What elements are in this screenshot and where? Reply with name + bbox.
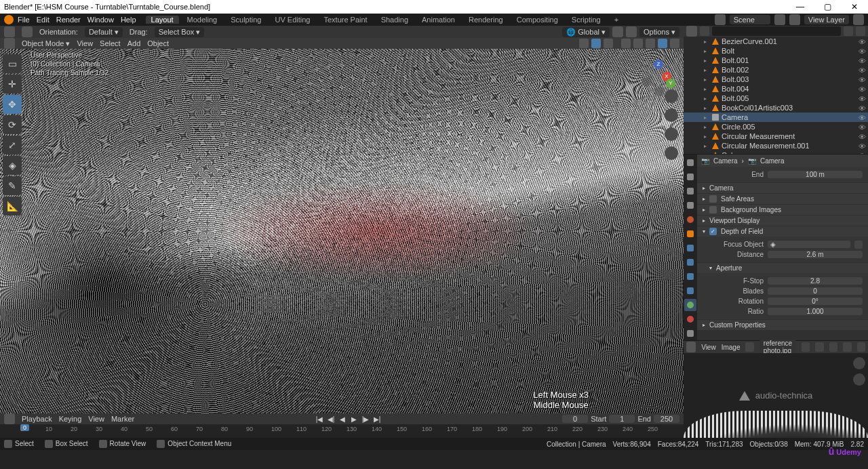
img-ref-name[interactable]: reference photo.jpg [760,340,796,354]
xray-icon[interactable] [604,39,613,48]
tab-compositing[interactable]: Compositing [511,16,564,24]
tool-annotate[interactable]: ✎ [3,176,22,195]
gizmo-toggle-icon[interactable] [579,39,589,48]
minimize-button[interactable]: — [791,2,810,12]
menu-window[interactable]: Window [87,16,114,24]
start-frame[interactable]: 1 [609,415,635,423]
play-icon[interactable]: ▶ [349,415,359,423]
eyedropper-icon[interactable] [854,241,863,249]
prop-texture-icon[interactable] [684,327,696,340]
vp-menu-view[interactable]: View [77,39,93,47]
outliner-item[interactable]: ▸Bolt👁 [684,46,868,56]
dof-checkbox[interactable]: ✓ [709,228,717,235]
tab-sculpting[interactable]: Sculpting [225,16,267,24]
visibility-icon[interactable]: 👁 [859,123,865,130]
outliner-new-coll-icon[interactable] [856,26,865,36]
blades-value[interactable]: 0 [768,287,863,295]
outliner-item[interactable]: ▸Circular Measurement👁 [684,131,868,141]
shading-solid-icon[interactable] [633,39,643,48]
outliner-item[interactable]: ▸Cube👁 [684,150,868,154]
timeline-ruler[interactable]: 0 01020304050607080901001101201301401501… [0,424,684,438]
move-tool-icon[interactable] [22,26,33,37]
vp-menu-object[interactable]: Object [147,39,169,47]
outliner-search[interactable] [712,26,841,36]
viewport-3d[interactable]: User Perspective (0) Collection | Camera… [0,49,684,413]
safe-areas-checkbox[interactable] [709,195,717,203]
img-link-icon[interactable] [745,342,753,352]
scene-icon[interactable] [715,14,726,25]
close-button[interactable]: ✕ [845,2,864,12]
prop-output-icon[interactable] [684,171,696,183]
prop-object-icon[interactable] [684,228,696,240]
prop-physics-icon[interactable] [684,270,696,283]
outliner-item[interactable]: ▸Bolt.004👁 [684,84,868,94]
focus-obj-picker[interactable]: ◈ [768,241,850,248]
outliner-filter-icon[interactable] [844,26,853,36]
zoom-icon[interactable] [665,89,678,103]
img-menu-view[interactable]: View [701,344,716,351]
crumb-data[interactable]: Camera [760,157,785,165]
panel-custom-props[interactable]: ▸Custom Properties [697,320,868,330]
prop-viewlayer-icon[interactable] [684,185,696,197]
bg-images-checkbox[interactable] [709,206,717,213]
visibility-icon[interactable]: 👁 [859,114,865,121]
shading-matprev-icon[interactable] [646,39,655,48]
current-frame[interactable]: 0 [562,415,588,423]
tl-keying[interactable]: Keying [59,415,82,423]
visibility-icon[interactable]: 👁 [859,142,865,149]
tool-cursor[interactable]: ✛ [3,75,22,94]
jump-start-icon[interactable]: |◀ [315,415,324,423]
editor-type-icon[interactable] [4,38,15,49]
outliner-item[interactable]: ▸BezierCurve.001👁 [684,37,868,46]
panel-aperture[interactable]: ▾Aperture [697,263,868,273]
outliner-item[interactable]: ▸Bolt.001👁 [684,56,868,65]
scene-new-icon[interactable] [774,14,785,25]
img-browse-icon[interactable] [802,342,810,352]
tab-shading[interactable]: Shading [376,16,414,24]
menu-render[interactable]: Render [56,16,81,24]
tool-scale[interactable]: ⤢ [3,136,22,155]
img-pan-icon[interactable] [853,373,865,386]
outliner-item[interactable]: ▸Circle.005👁 [684,122,868,131]
panel-safe-areas[interactable]: ▸Safe Areas [697,194,868,204]
next-key-icon[interactable]: |▶ [361,415,370,423]
tool-measure[interactable]: 📐 [3,197,22,216]
vp-menu-add[interactable]: Add [127,39,141,47]
rotation-value[interactable]: 0° [768,298,863,305]
panel-viewport-display[interactable]: ▸Viewport Display [697,216,868,226]
ratio-value[interactable]: 1.000 [768,308,863,315]
tab-texpaint[interactable]: Texture Paint [318,16,372,24]
crumb-obj[interactable]: Camera [713,157,738,165]
visibility-icon[interactable]: 👁 [859,133,865,140]
tool-move[interactable]: ✥ [3,95,22,114]
outliner-item[interactable]: ▸Bolt.002👁 [684,65,868,75]
tool-transform[interactable]: ◈ [3,156,22,175]
img-new-icon[interactable] [815,342,823,352]
prev-key-icon[interactable]: ◀| [326,415,336,423]
snap-icon[interactable] [612,26,623,37]
visibility-icon[interactable]: 👁 [859,76,865,83]
viewlayer-name-input[interactable]: View Layer [804,15,849,24]
tool-rotate[interactable]: ⟳ [3,115,22,134]
visibility-icon[interactable]: 👁 [859,66,865,73]
tool-select-box[interactable]: ▭ [3,54,22,73]
vp-menu-select[interactable]: Select [100,39,121,47]
scene-name-input[interactable]: Scene [730,15,770,24]
img-menu-image[interactable]: Image [722,344,741,351]
image-viewer[interactable]: audio-technica [684,353,868,438]
visibility-icon[interactable]: 👁 [859,47,865,54]
img-zoom-icon[interactable] [853,357,865,369]
tl-marker[interactable]: Marker [111,415,134,423]
outliner-item[interactable]: ▸Bolt.003👁 [684,75,868,84]
tl-playback[interactable]: Playback [22,415,52,423]
dof-dist-value[interactable]: 2.6 m [768,251,863,258]
img-open-icon[interactable] [829,342,837,352]
visibility-icon[interactable]: 👁 [859,152,865,154]
drag-dropdown[interactable]: Select Box ▾ [155,27,205,37]
tab-animation[interactable]: Animation [416,16,460,24]
tab-uv[interactable]: UV Editing [269,16,315,24]
tl-view[interactable]: View [88,415,104,423]
maximize-button[interactable]: ▢ [818,2,837,12]
prop-render-icon[interactable] [684,157,696,169]
camera-view-icon[interactable] [665,127,678,141]
